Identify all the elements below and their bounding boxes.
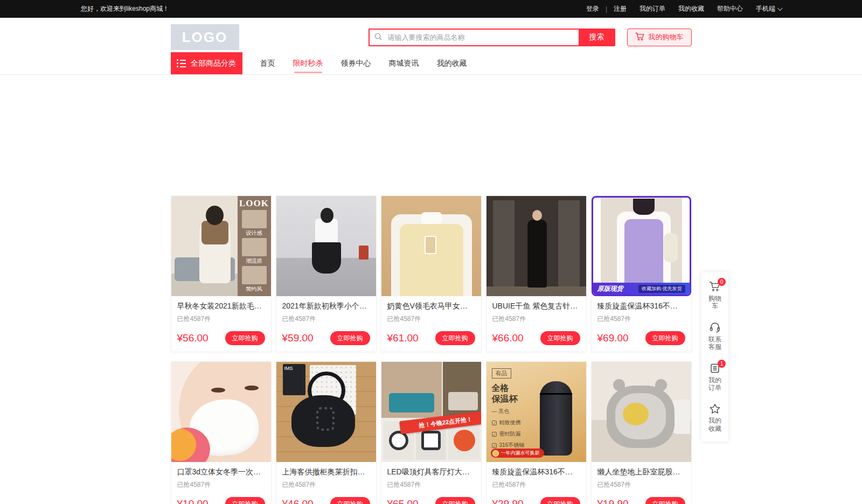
product-image[interactable]: 原版现货 收藏加购 优先发货 [592, 196, 691, 296]
product-price: ¥69.00 [597, 332, 629, 344]
product-sold-count: 已抢4587件 [597, 480, 685, 489]
buy-now-button[interactable]: 立即抢购 [540, 497, 580, 504]
link-separator: | [606, 5, 607, 13]
star-icon [709, 403, 721, 414]
float-my-orders-item[interactable]: 1 我的订单 [701, 357, 728, 398]
warranty-ribbon: 一年内漏水可换新 [491, 449, 544, 458]
nav-item-coupon-center[interactable]: 领券中心 [341, 52, 371, 74]
product-price: ¥65.00 [387, 498, 419, 504]
product-card[interactable]: 2021年新款初秋季小个子马甲... 已抢4587件 ¥59.00 立即抢购 [276, 195, 377, 352]
nav-item-flash-sale[interactable]: 限时秒杀 [293, 52, 323, 74]
product-title: 2021年新款初秋季小个子马甲... [282, 302, 370, 311]
search-input[interactable] [369, 29, 579, 46]
float-my-favorites-item[interactable]: 我的收藏 [701, 397, 728, 438]
check-icon [492, 421, 497, 425]
product-card[interactable]: 有品 全格 保温杯 — 黑色 精致便携 密封防漏 316不锈钢 一年内漏水可换新… [486, 361, 587, 504]
product-image[interactable]: IMS [276, 362, 376, 462]
product-image[interactable]: 有品 全格 保温杯 — 黑色 精致便携 密封防漏 316不锈钢 一年内漏水可换新 [486, 362, 586, 462]
product-card[interactable]: 原版现货 收藏加购 优先发货 臻质旋盖保温杯316不锈钢内胆... 已抢4587… [591, 195, 692, 352]
product-price: ¥66.00 [492, 332, 524, 344]
buy-now-button[interactable]: 立即抢购 [645, 331, 685, 345]
my-favorites-link[interactable]: 我的收藏 [678, 4, 704, 13]
brand-badge: 有品 [492, 368, 511, 379]
product-price: ¥56.00 [177, 332, 208, 344]
product-card[interactable]: UBUIE干鱼 紫色复古针织衫马... 已抢4587件 ¥66.00 立即抢购 [486, 195, 587, 352]
product-price: ¥59.00 [282, 332, 314, 344]
coin-icon [492, 450, 499, 457]
product-image[interactable] [381, 196, 481, 296]
product-sold-count: 已抢4587件 [597, 314, 685, 324]
product-title: 臻质旋盖保温杯316不锈钢内胆... [492, 467, 580, 477]
product-card[interactable]: 奶黄色V领毛衣马甲女春秋慵懒... 已抢4587件 ¥61.00 立即抢购 [381, 195, 482, 352]
product-image[interactable] [592, 362, 691, 462]
nav-item-home[interactable]: 首页 [260, 52, 275, 74]
search-icon [374, 33, 382, 40]
product-title: 早秋冬女装2021新款毛衣盐系... [177, 302, 265, 311]
search-button[interactable]: 搜索 [579, 29, 615, 46]
chevron-down-icon [777, 5, 783, 11]
product-price: ¥19.90 [597, 498, 629, 504]
all-categories-button[interactable]: 全部商品分类 [171, 52, 242, 74]
buy-now-button[interactable]: 立即抢购 [435, 331, 475, 345]
product-sold-count: 已抢4587件 [282, 480, 370, 489]
product-image[interactable]: 抢！今晚22点开抢！ [381, 362, 481, 462]
product-title: 臻质旋盖保温杯316不锈钢内胆... [597, 302, 685, 311]
welcome-text: 您好，欢迎来到likeshop商城！ [81, 4, 169, 13]
product-card[interactable]: 口罩3d立体女冬季一次性口罩 已抢4587件 ¥10.00 立即抢购 [171, 361, 272, 504]
nav-item-my-favorites[interactable]: 我的收藏 [437, 52, 467, 74]
product-title: 口罩3d立体女冬季一次性口罩 [177, 467, 265, 477]
product-title: LED吸顶灯具客厅灯大灯主卧... [387, 467, 475, 477]
flash-sale-product-grid: LOOK 设计感 潮流搭 简约风 早秋冬女装2021新款毛衣盐系... 已抢45… [171, 75, 692, 504]
product-image[interactable] [486, 196, 586, 296]
float-side-menu: 0 购物车 联系客服 1 我的订单 我的收藏 [701, 272, 728, 442]
cart-icon [635, 32, 645, 43]
help-center-link[interactable]: 帮助中心 [717, 4, 743, 13]
product-title: 上海客供撤柜奥莱折扣店outlets [282, 467, 370, 477]
my-cart-button[interactable]: 我的购物车 [627, 29, 692, 46]
orders-count-badge: 1 [718, 360, 726, 368]
mobile-site-link[interactable]: 手机端 [756, 4, 781, 13]
register-link[interactable]: 注册 [614, 4, 627, 13]
topbar: 您好，欢迎来到likeshop商城！ 登录 | 注册 我的订单 我的收藏 帮助中… [0, 0, 862, 18]
magazine-overlay-text: IMS [283, 364, 305, 395]
promo-banner: 原版现货 收藏加购 优先发货 [593, 283, 690, 295]
login-link[interactable]: 登录 [586, 4, 599, 13]
float-cart-item[interactable]: 0 购物车 [701, 275, 728, 316]
product-image[interactable] [171, 362, 271, 462]
product-card[interactable]: 懒人坐垫地上卧室屁股垫子办... 已抢4587件 ¥19.90 立即抢购 [591, 361, 692, 504]
headset-icon [709, 322, 721, 333]
product-card[interactable]: 抢！今晚22点开抢！ LED吸顶灯具客厅灯大灯主卧... 已抢4587件 ¥65… [381, 361, 482, 504]
cart-count-badge: 0 [718, 278, 726, 286]
main-nav: 全部商品分类 首页 限时秒杀 领券中心 商城资讯 我的收藏 [0, 52, 862, 75]
product-sold-count: 已抢4587件 [387, 480, 475, 489]
product-price: ¥61.00 [387, 332, 419, 344]
product-price: ¥46.00 [282, 498, 314, 504]
product-price: ¥29.90 [492, 498, 524, 504]
product-sold-count: 已抢4587件 [387, 314, 475, 324]
product-sold-count: 已抢4587件 [492, 480, 580, 489]
buy-now-button[interactable]: 立即抢购 [225, 331, 265, 345]
product-card[interactable]: IMS 上海客供撤柜奥莱折扣店outlets 已抢4587件 ¥46.00 立即… [276, 361, 377, 504]
buy-now-button[interactable]: 立即抢购 [540, 331, 580, 345]
check-icon [492, 443, 497, 448]
buy-now-button[interactable]: 立即抢购 [330, 331, 370, 345]
site-logo[interactable]: LOGO [171, 24, 239, 50]
my-orders-link[interactable]: 我的订单 [639, 4, 665, 13]
float-customer-service-item[interactable]: 联系客服 [701, 316, 728, 357]
buy-now-button[interactable]: 立即抢购 [330, 497, 370, 504]
product-sold-count: 已抢4587件 [282, 314, 370, 324]
product-image[interactable]: LOOK 设计感 潮流搭 简约风 [171, 196, 271, 296]
product-price: ¥10.00 [177, 498, 208, 504]
product-image[interactable] [276, 196, 376, 296]
buy-now-button[interactable]: 立即抢购 [225, 497, 265, 504]
check-icon [492, 432, 497, 437]
product-sold-count: 已抢4587件 [177, 314, 265, 324]
nav-item-mall-news[interactable]: 商城资讯 [389, 52, 419, 74]
site-header: LOGO 搜索 我的购物车 [0, 18, 862, 52]
product-card[interactable]: LOOK 设计感 潮流搭 简约风 早秋冬女装2021新款毛衣盐系... 已抢45… [171, 195, 272, 352]
look-overlay-text: LOOK [239, 198, 269, 209]
product-title: 奶黄色V领毛衣马甲女春秋慵懒... [387, 302, 475, 311]
buy-now-button[interactable]: 立即抢购 [435, 497, 475, 504]
buy-now-button[interactable]: 立即抢购 [645, 497, 685, 504]
product-title: 懒人坐垫地上卧室屁股垫子办... [597, 467, 685, 477]
